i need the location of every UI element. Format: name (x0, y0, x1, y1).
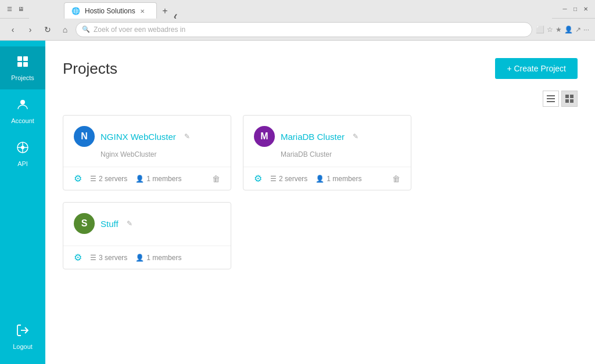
minimize-button[interactable]: ─ (560, 5, 569, 14)
profile-icon[interactable]: 👤 (564, 26, 573, 34)
card-header-stuff: S Stuff ✎ (74, 213, 220, 234)
servers-nginx: ☰ 2 servers (90, 175, 127, 183)
projects-label: Projects (11, 74, 34, 81)
card-subtitle-mariadb: MariaDB Cluster (281, 150, 400, 158)
create-project-button[interactable]: + Create Project (495, 58, 578, 79)
projects-icon (16, 55, 30, 72)
refresh-button[interactable]: ↻ (41, 23, 55, 37)
page-title: Projects (63, 60, 117, 78)
delete-nginx-button[interactable]: 🗑 (212, 174, 220, 183)
server-icon-mariadb: ☰ (270, 175, 277, 183)
svg-rect-13 (547, 98, 555, 99)
maximize-button[interactable]: □ (571, 5, 580, 14)
new-tab-button[interactable]: + (157, 2, 173, 20)
card-header-mariadb: M MariaDB Cluster ✎ (254, 126, 400, 147)
server-icon-stuff: ☰ (90, 254, 96, 262)
back-button[interactable]: ‹ (6, 23, 20, 37)
svg-rect-15 (565, 95, 569, 98)
project-card-mariadb: M MariaDB Cluster ✎ MariaDB Cluster ⚙ ☰ … (243, 115, 411, 190)
title-bar: ☰ 🖥 🌐 Hostio Solutions ✕ + ❮ ─ □ ✕ (0, 0, 595, 19)
server-icon-nginx: ☰ (90, 175, 96, 183)
active-tab[interactable]: 🌐 Hostio Solutions ✕ (64, 2, 157, 20)
svg-rect-14 (547, 101, 555, 102)
members-icon-nginx: 👤 (135, 175, 144, 183)
star-icon[interactable]: ☆ (547, 26, 553, 34)
servers-mariadb: ☰ 2 servers (270, 175, 307, 183)
card-title-nginx[interactable]: NGINX WebCluster (101, 132, 176, 142)
delete-mariadb-button[interactable]: 🗑 (392, 174, 400, 183)
svg-rect-1 (23, 56, 28, 61)
svg-point-4 (20, 100, 25, 104)
sidebar-item-logout[interactable]: Logout (0, 315, 45, 358)
members-count-mariadb: 1 members (327, 175, 361, 183)
server-count-nginx: 2 servers (99, 175, 127, 183)
avatar-stuff: S (74, 213, 95, 234)
card-footer-nginx: ⚙ ☰ 2 servers 👤 1 members 🗑 (63, 167, 231, 190)
avatar-nginx: N (74, 126, 95, 147)
card-header-nginx: N NGINX WebCluster ✎ (74, 126, 220, 147)
project-card-nginx: N NGINX WebCluster ✎ Nginx WebCluster ⚙ … (63, 115, 231, 190)
sidebar-item-projects[interactable]: Projects (0, 46, 45, 89)
svg-rect-16 (570, 95, 574, 98)
tab-bar: 🌐 Hostio Solutions ✕ + ❮ (29, 0, 552, 20)
svg-rect-2 (17, 62, 22, 67)
share-icon[interactable]: ↗ (575, 26, 581, 34)
card-footer-stuff: ⚙ ☰ 3 servers 👤 1 members (63, 246, 231, 269)
view-controls (63, 91, 578, 107)
api-icon (16, 140, 30, 158)
search-icon: 🔍 (82, 26, 90, 33)
project-card-stuff: S Stuff ✎ ⚙ ☰ 3 servers 👤 (63, 202, 231, 269)
tab-close-button[interactable]: ✕ (140, 8, 145, 15)
avatar-mariadb: M (254, 126, 275, 147)
edit-stuff-button[interactable]: ✎ (127, 219, 132, 228)
svg-point-6 (21, 146, 24, 149)
svg-rect-12 (547, 95, 555, 96)
settings-nginx-button[interactable]: ⚙ (74, 173, 82, 184)
edit-nginx-button[interactable]: ✎ (184, 132, 190, 140)
close-button[interactable]: ✕ (581, 5, 590, 14)
favorites-icon[interactable]: ★ (555, 26, 562, 34)
tab-title: Hostio Solutions (85, 7, 135, 15)
card-title-mariadb[interactable]: MariaDB Cluster (281, 132, 345, 142)
page-header: Projects + Create Project (63, 58, 578, 79)
server-count-mariadb: 2 servers (279, 175, 307, 183)
servers-stuff: ☰ 3 servers (90, 254, 127, 262)
more-icon[interactable]: ··· (583, 26, 589, 34)
sidebar: Projects Account (0, 41, 45, 364)
settings-stuff-button[interactable]: ⚙ (74, 252, 82, 263)
members-count-nginx: 1 members (146, 175, 181, 183)
home-button[interactable]: ⌂ (58, 23, 72, 37)
projects-grid: N NGINX WebCluster ✎ Nginx WebCluster ⚙ … (63, 115, 578, 269)
address-bar[interactable]: 🔍 Zoek of voer een webadres in (76, 22, 532, 37)
svg-rect-17 (565, 99, 569, 103)
nav-icons: ⬜ ☆ ★ 👤 ↗ ··· (536, 26, 589, 34)
window-controls[interactable]: ☰ 🖥 (5, 5, 26, 14)
settings-mariadb-button[interactable]: ⚙ (254, 173, 262, 184)
nav-bar: ‹ › ↻ ⌂ 🔍 Zoek of voer een webadres in ⬜… (0, 19, 595, 41)
svg-rect-3 (23, 62, 28, 67)
grid-view-button[interactable] (561, 91, 578, 107)
address-text: Zoek of voer een webadres in (94, 26, 185, 34)
card-top-nginx: N NGINX WebCluster ✎ Nginx WebCluster (63, 116, 231, 167)
main-content: Projects + Create Project (45, 41, 595, 364)
tablet-icon[interactable]: ⬜ (536, 26, 544, 34)
server-count-stuff: 3 servers (99, 254, 127, 262)
tab-favicon: 🌐 (71, 7, 80, 15)
card-footer-mariadb: ⚙ ☰ 2 servers 👤 1 members 🗑 (243, 167, 411, 190)
forward-button[interactable]: › (23, 23, 37, 37)
menu-icon[interactable]: ☰ (5, 5, 14, 14)
svg-rect-18 (570, 99, 574, 103)
card-title-stuff[interactable]: Stuff (101, 219, 119, 229)
logout-icon (16, 323, 30, 341)
app-icon: 🖥 (16, 5, 26, 14)
sidebar-item-account[interactable]: Account (0, 89, 45, 132)
card-top-stuff: S Stuff ✎ (63, 203, 231, 246)
members-count-stuff: 1 members (146, 254, 181, 262)
sidebar-item-api[interactable]: API (0, 132, 45, 175)
edit-mariadb-button[interactable]: ✎ (353, 132, 359, 140)
list-view-button[interactable] (543, 91, 559, 107)
card-top-mariadb: M MariaDB Cluster ✎ MariaDB Cluster (243, 116, 411, 167)
app-container: Projects Account (0, 41, 595, 364)
members-icon-stuff: 👤 (135, 254, 144, 262)
account-label: Account (11, 117, 34, 124)
